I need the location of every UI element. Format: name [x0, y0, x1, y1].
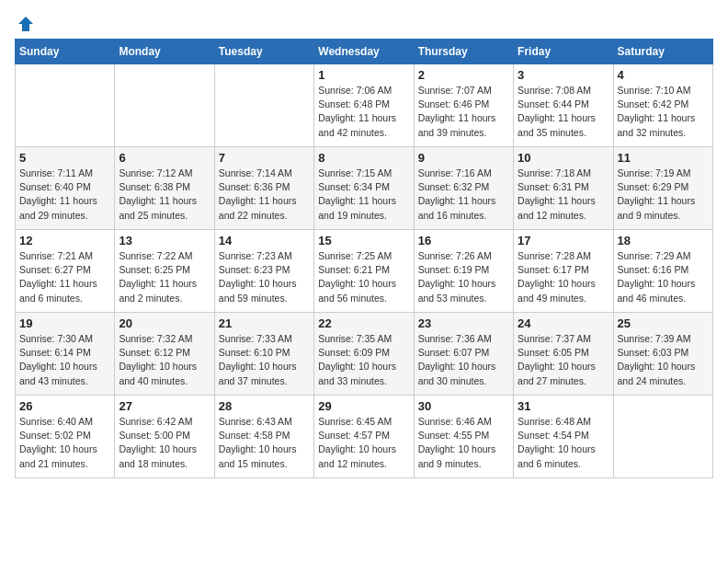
day-info: Sunrise: 7:14 AM Sunset: 6:36 PM Dayligh…: [219, 167, 310, 223]
calendar-cell: 29Sunrise: 6:45 AM Sunset: 4:57 PM Dayli…: [314, 396, 414, 478]
calendar-cell: 30Sunrise: 6:46 AM Sunset: 4:55 PM Dayli…: [414, 396, 513, 478]
calendar-week-5: 26Sunrise: 6:40 AM Sunset: 5:02 PM Dayli…: [16, 396, 713, 478]
day-number: 6: [119, 151, 210, 165]
day-info: Sunrise: 7:29 AM Sunset: 6:16 PM Dayligh…: [618, 249, 709, 305]
day-number: 27: [119, 399, 210, 413]
day-number: 31: [518, 399, 609, 413]
day-info: Sunrise: 7:26 AM Sunset: 6:19 PM Dayligh…: [418, 249, 509, 305]
calendar-week-4: 19Sunrise: 7:30 AM Sunset: 6:14 PM Dayli…: [16, 313, 713, 396]
calendar-cell: 1Sunrise: 7:06 AM Sunset: 6:48 PM Daylig…: [314, 64, 414, 147]
calendar-cell: 14Sunrise: 7:23 AM Sunset: 6:23 PM Dayli…: [214, 230, 313, 313]
weekday-header-wednesday: Wednesday: [314, 40, 414, 64]
day-number: 4: [618, 68, 709, 82]
weekday-header-thursday: Thursday: [414, 40, 513, 64]
day-info: Sunrise: 6:40 AM Sunset: 5:02 PM Dayligh…: [19, 415, 110, 471]
day-number: 24: [518, 316, 609, 330]
calendar-cell: 23Sunrise: 7:36 AM Sunset: 6:07 PM Dayli…: [414, 313, 513, 396]
day-info: Sunrise: 7:19 AM Sunset: 6:29 PM Dayligh…: [618, 167, 709, 223]
calendar-cell: 28Sunrise: 6:43 AM Sunset: 4:58 PM Dayli…: [214, 396, 313, 478]
weekday-header-monday: Monday: [115, 40, 214, 64]
day-number: 16: [418, 234, 509, 247]
calendar-cell: 8Sunrise: 7:15 AM Sunset: 6:34 PM Daylig…: [314, 147, 414, 230]
weekday-header-saturday: Saturday: [613, 40, 712, 64]
day-info: Sunrise: 6:45 AM Sunset: 4:57 PM Dayligh…: [318, 415, 409, 471]
day-number: 2: [418, 68, 509, 82]
day-number: 1: [318, 68, 409, 82]
day-info: Sunrise: 6:43 AM Sunset: 4:58 PM Dayligh…: [219, 415, 310, 471]
day-info: Sunrise: 7:06 AM Sunset: 6:48 PM Dayligh…: [318, 84, 409, 140]
calendar-body: 1Sunrise: 7:06 AM Sunset: 6:48 PM Daylig…: [16, 64, 713, 478]
calendar-cell: 22Sunrise: 7:35 AM Sunset: 6:09 PM Dayli…: [314, 313, 414, 396]
day-info: Sunrise: 7:37 AM Sunset: 6:05 PM Dayligh…: [518, 332, 609, 388]
day-info: Sunrise: 6:42 AM Sunset: 5:00 PM Dayligh…: [119, 415, 210, 471]
day-info: Sunrise: 7:10 AM Sunset: 6:42 PM Dayligh…: [618, 84, 709, 140]
day-info: Sunrise: 7:22 AM Sunset: 6:25 PM Dayligh…: [119, 249, 210, 305]
day-info: Sunrise: 7:35 AM Sunset: 6:09 PM Dayligh…: [318, 332, 409, 388]
day-info: Sunrise: 7:23 AM Sunset: 6:23 PM Dayligh…: [219, 249, 310, 305]
weekday-header-sunday: Sunday: [16, 40, 115, 64]
calendar-cell: [613, 396, 712, 478]
day-number: 21: [219, 316, 310, 330]
calendar-cell: 5Sunrise: 7:11 AM Sunset: 6:40 PM Daylig…: [16, 147, 115, 230]
day-info: Sunrise: 7:11 AM Sunset: 6:40 PM Dayligh…: [19, 167, 110, 223]
day-number: 7: [219, 151, 310, 165]
calendar-cell: 13Sunrise: 7:22 AM Sunset: 6:25 PM Dayli…: [115, 230, 214, 313]
day-info: Sunrise: 7:39 AM Sunset: 6:03 PM Dayligh…: [618, 332, 709, 388]
calendar-cell: [214, 64, 313, 147]
calendar-cell: 2Sunrise: 7:07 AM Sunset: 6:46 PM Daylig…: [414, 64, 513, 147]
calendar-cell: 16Sunrise: 7:26 AM Sunset: 6:19 PM Dayli…: [414, 230, 513, 313]
calendar-week-3: 12Sunrise: 7:21 AM Sunset: 6:27 PM Dayli…: [16, 230, 713, 313]
day-number: 25: [618, 316, 709, 330]
calendar-week-1: 1Sunrise: 7:06 AM Sunset: 6:48 PM Daylig…: [16, 64, 713, 147]
day-number: 22: [318, 316, 409, 330]
day-info: Sunrise: 7:33 AM Sunset: 6:10 PM Dayligh…: [219, 332, 310, 388]
logo-icon: [17, 15, 35, 33]
day-number: 8: [318, 151, 409, 165]
day-number: 12: [19, 234, 110, 247]
day-info: Sunrise: 7:07 AM Sunset: 6:46 PM Dayligh…: [418, 84, 509, 140]
day-info: Sunrise: 7:18 AM Sunset: 6:31 PM Dayligh…: [518, 167, 609, 223]
calendar-cell: 11Sunrise: 7:19 AM Sunset: 6:29 PM Dayli…: [613, 147, 712, 230]
day-number: 18: [618, 234, 709, 247]
day-number: 5: [19, 151, 110, 165]
calendar-cell: 31Sunrise: 6:48 AM Sunset: 4:54 PM Dayli…: [514, 396, 613, 478]
calendar-cell: 21Sunrise: 7:33 AM Sunset: 6:10 PM Dayli…: [214, 313, 313, 396]
day-number: 9: [418, 151, 509, 165]
day-number: 3: [518, 68, 609, 82]
calendar-cell: 4Sunrise: 7:10 AM Sunset: 6:42 PM Daylig…: [613, 64, 712, 147]
day-number: 19: [19, 316, 110, 330]
weekday-header-friday: Friday: [514, 40, 613, 64]
calendar-cell: [16, 64, 115, 147]
day-number: 13: [119, 234, 210, 247]
logo: [15, 15, 35, 29]
day-info: Sunrise: 7:16 AM Sunset: 6:32 PM Dayligh…: [418, 167, 509, 223]
calendar-cell: 6Sunrise: 7:12 AM Sunset: 6:38 PM Daylig…: [115, 147, 214, 230]
calendar-cell: 19Sunrise: 7:30 AM Sunset: 6:14 PM Dayli…: [16, 313, 115, 396]
calendar-cell: 26Sunrise: 6:40 AM Sunset: 5:02 PM Dayli…: [16, 396, 115, 478]
day-info: Sunrise: 7:15 AM Sunset: 6:34 PM Dayligh…: [318, 167, 409, 223]
calendar-cell: 7Sunrise: 7:14 AM Sunset: 6:36 PM Daylig…: [214, 147, 313, 230]
day-info: Sunrise: 7:25 AM Sunset: 6:21 PM Dayligh…: [318, 249, 409, 305]
day-number: 10: [518, 151, 609, 165]
calendar-cell: 20Sunrise: 7:32 AM Sunset: 6:12 PM Dayli…: [115, 313, 214, 396]
day-info: Sunrise: 6:48 AM Sunset: 4:54 PM Dayligh…: [518, 415, 609, 471]
day-number: 30: [418, 399, 509, 413]
day-number: 14: [219, 234, 310, 247]
day-number: 20: [119, 316, 210, 330]
calendar-cell: 17Sunrise: 7:28 AM Sunset: 6:17 PM Dayli…: [514, 230, 613, 313]
day-number: 28: [219, 399, 310, 413]
svg-marker-0: [18, 17, 33, 31]
calendar-cell: 9Sunrise: 7:16 AM Sunset: 6:32 PM Daylig…: [414, 147, 513, 230]
calendar-cell: 15Sunrise: 7:25 AM Sunset: 6:21 PM Dayli…: [314, 230, 414, 313]
day-info: Sunrise: 6:46 AM Sunset: 4:55 PM Dayligh…: [418, 415, 509, 471]
day-info: Sunrise: 7:36 AM Sunset: 6:07 PM Dayligh…: [418, 332, 509, 388]
day-info: Sunrise: 7:08 AM Sunset: 6:44 PM Dayligh…: [518, 84, 609, 140]
calendar-cell: 3Sunrise: 7:08 AM Sunset: 6:44 PM Daylig…: [514, 64, 613, 147]
calendar-week-2: 5Sunrise: 7:11 AM Sunset: 6:40 PM Daylig…: [16, 147, 713, 230]
calendar-cell: 12Sunrise: 7:21 AM Sunset: 6:27 PM Dayli…: [16, 230, 115, 313]
day-number: 23: [418, 316, 509, 330]
calendar-cell: 25Sunrise: 7:39 AM Sunset: 6:03 PM Dayli…: [613, 313, 712, 396]
weekday-header-tuesday: Tuesday: [214, 40, 313, 64]
calendar-cell: 18Sunrise: 7:29 AM Sunset: 6:16 PM Dayli…: [613, 230, 712, 313]
calendar-cell: [115, 64, 214, 147]
